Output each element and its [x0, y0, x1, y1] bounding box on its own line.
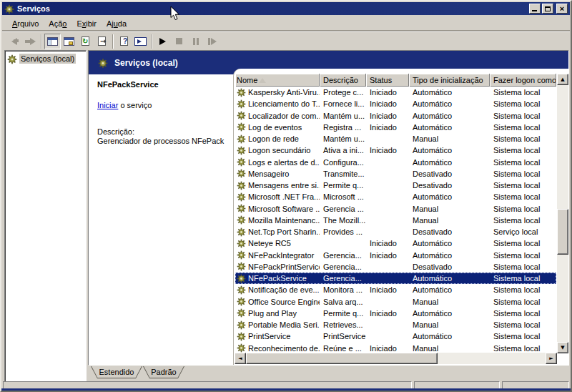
services-gear-icon	[7, 54, 17, 64]
service-logon-as: Sistema local	[490, 309, 556, 318]
table-row[interactable]: Microsoft Software ... Gerencia ... Manu…	[235, 203, 556, 215]
restart-service-button[interactable]	[204, 34, 220, 49]
toolbar-separator	[41, 34, 42, 49]
table-row[interactable]: Microsoft .NET Fra... Microsoft ... Auto…	[235, 191, 556, 202]
minimize-button[interactable]	[529, 4, 541, 14]
service-logon-as: Sistema local	[490, 344, 556, 353]
back-button[interactable]	[6, 34, 22, 49]
service-logon-as: Serviço local	[490, 227, 556, 236]
close-button[interactable]: ×	[556, 4, 568, 14]
horizontal-scrollbar[interactable]: ◄ ►	[235, 353, 557, 364]
export-list-button[interactable]: →	[94, 34, 110, 49]
service-status: Iniciado	[366, 123, 409, 132]
service-gear-icon	[237, 308, 247, 318]
stop-service-icon	[176, 38, 182, 44]
service-startup-type: Automático	[409, 192, 490, 201]
column-header-tipo[interactable]: Tipo de inicialização	[409, 74, 490, 87]
table-row[interactable]: Kaspersky Anti-Viru... Protege c... Inic…	[235, 87, 556, 98]
maximize-button[interactable]	[542, 4, 553, 14]
table-row[interactable]: Log de eventos Registra ... Iniciado Aut…	[235, 122, 556, 133]
service-name: Mensageiro	[248, 170, 289, 178]
column-header-logon[interactable]: Fazer logon como	[490, 74, 556, 87]
refresh-button[interactable]: ↻	[77, 34, 94, 49]
vertical-scroll-thumb[interactable]	[557, 209, 568, 255]
horizontal-scroll-thumb[interactable]	[246, 353, 438, 364]
close-icon: ×	[560, 5, 564, 12]
service-logon-as: Sistema local	[490, 170, 556, 178]
scroll-down-button[interactable]: ▼	[557, 342, 568, 353]
service-logon-as: Sistema local	[490, 158, 556, 167]
table-row[interactable]: Localizador de com... Mantém u... Inicia…	[235, 110, 556, 122]
tab-padrao-label: Padrão	[151, 368, 176, 376]
service-startup-type: Manual	[409, 134, 490, 143]
column-header-status[interactable]: Status	[366, 74, 409, 87]
start-service-button[interactable]	[154, 34, 171, 49]
service-startup-type: Automático	[409, 146, 490, 155]
table-row[interactable]: Net.Tcp Port Sharin... Provides ... Desa…	[235, 226, 556, 237]
table-row[interactable]: Logon secundário Ativa a ini... Iniciado…	[235, 144, 556, 156]
table-row[interactable]: Mensageiro Transmite... Desativado Siste…	[235, 168, 556, 180]
table-row[interactable]: Licenciamento do T... Fornece li... Inic…	[235, 98, 556, 109]
service-name: Localizador de com...	[248, 112, 320, 120]
table-row[interactable]: Office Source Engine Salva arq... Manual…	[235, 296, 556, 308]
service-description: Fornece li...	[320, 99, 366, 108]
table-row[interactable]: NFePackPrintService Gerencia... Desativa…	[235, 261, 556, 273]
menu-exibir[interactable]: Exibir	[72, 18, 102, 29]
stop-service-button[interactable]	[171, 34, 187, 49]
service-gear-icon	[237, 262, 247, 271]
service-name: Net.Tcp Port Sharin...	[248, 227, 320, 236]
start-service-link[interactable]: Iniciar	[97, 101, 118, 109]
table-row[interactable]: Portable Media Seri... Retrieves... Manu…	[235, 319, 556, 330]
title-bar[interactable]: Serviços ×	[2, 2, 570, 15]
service-logon-as: Sistema local	[490, 181, 556, 190]
scroll-right-button[interactable]: ►	[546, 353, 557, 364]
table-row[interactable]: Logon de rede Mantém u... Manual Sistema…	[235, 133, 556, 144]
properties-button[interactable]	[61, 34, 77, 49]
service-description: Ativa a ini...	[320, 146, 366, 155]
service-startup-type: Automático	[409, 332, 490, 340]
tree-item-servicos-local[interactable]: Serviços (local)	[7, 53, 76, 64]
service-gear-icon	[237, 122, 247, 132]
service-status: Iniciado	[366, 251, 409, 260]
description-text: Gerenciador de processos NFePack	[97, 137, 224, 145]
service-description: Protege c...	[320, 88, 366, 97]
pause-service-button[interactable]	[187, 34, 204, 49]
service-description: Registra ...	[320, 123, 366, 132]
table-row[interactable]: NFePackIntegrator Gerencia... Iniciado A…	[235, 250, 556, 261]
menu-ajuda[interactable]: Ajuda	[102, 18, 132, 29]
service-status: Iniciado	[366, 88, 409, 97]
banner-gears-icon	[98, 58, 108, 67]
service-description: Gerencia...	[320, 251, 366, 260]
tab-estendido[interactable]: Estendido	[91, 366, 142, 378]
help-button[interactable]: ?	[116, 34, 132, 49]
window-title: Serviços	[17, 4, 528, 13]
table-row[interactable]: Mozilla Maintenanc... The Mozill... Manu…	[235, 215, 556, 226]
service-startup-type: Automático	[409, 251, 490, 260]
forward-icon	[25, 40, 30, 43]
menu-arquivo[interactable]: Arquivo	[7, 18, 44, 29]
menu-acao[interactable]: Ação	[44, 18, 72, 29]
service-gear-icon	[237, 285, 247, 295]
service-startup-type: Desativado	[409, 170, 490, 178]
table-row[interactable]: Mensagens entre si... Permite q... Desat…	[235, 180, 556, 191]
column-header-nome[interactable]: Nome	[235, 74, 320, 87]
scroll-up-button[interactable]: ▲	[557, 74, 568, 85]
refresh-icon: ↻	[82, 36, 89, 46]
scroll-left-button[interactable]: ◄	[235, 353, 246, 364]
table-row[interactable]: Logs e alertas de d... Configura... Auto…	[235, 157, 556, 168]
table-row[interactable]: PrintService PrintService Automático Sis…	[235, 330, 556, 342]
tab-padrao[interactable]: Padrão	[143, 366, 184, 378]
extended-view-button[interactable]	[132, 34, 149, 49]
vertical-scrollbar[interactable]: ▲ ▼	[557, 74, 568, 353]
service-gear-icon	[237, 181, 247, 190]
table-row[interactable]: Neteye RC5 Iniciado Automático Sistema l…	[235, 237, 556, 249]
forward-button[interactable]	[22, 34, 39, 49]
table-row[interactable]: Notificação de eve... Monitora ... Inici…	[235, 284, 556, 295]
table-row[interactable]: NFePackService Gerencia... Automático Si…	[235, 273, 556, 284]
service-gear-icon	[237, 227, 247, 237]
service-description: Gerencia...	[320, 263, 366, 271]
table-row[interactable]: Plug and Play Permite q... Iniciado Auto…	[235, 308, 556, 319]
help-icon: ?	[120, 36, 128, 46]
column-header-descricao[interactable]: Descrição	[320, 74, 366, 87]
show-console-tree-button[interactable]	[44, 34, 61, 49]
